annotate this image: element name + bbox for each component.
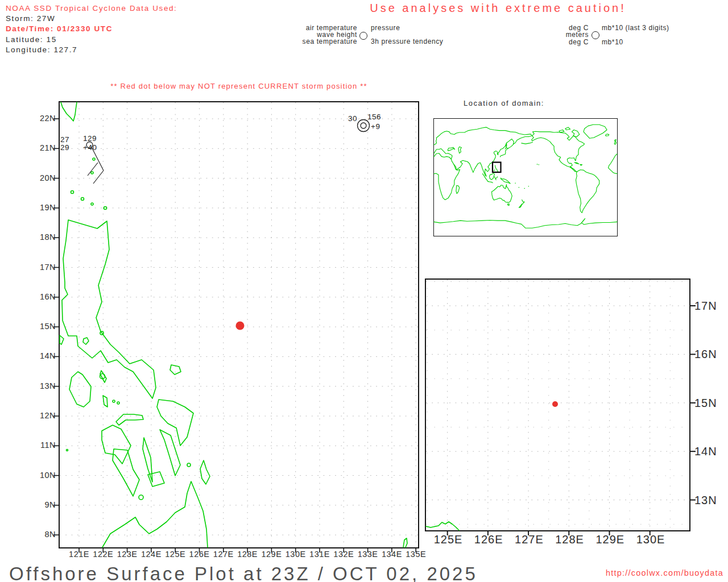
axis-label: 20N [30, 173, 56, 182]
station2-tendency: +9 [371, 122, 380, 131]
caution-text: Use analyses with extreme caution! [351, 2, 644, 15]
axis-label: 8N [30, 530, 56, 539]
legend-pressure-tendency: 3h pressure tendency [371, 38, 443, 45]
axis-label: 129E [592, 533, 628, 546]
axis-label: 9N [30, 500, 56, 509]
storm-info-line: Storm: 27W [6, 14, 55, 24]
axis-label: 12N [30, 411, 56, 420]
main-map [59, 101, 419, 548]
storm-info-line: NOAA SSD Tropical Cyclone Data Used: [6, 3, 177, 14]
zoom-map-canvas [426, 280, 689, 530]
axis-label: 18N [30, 232, 56, 242]
station1-pressure: 129 [83, 134, 97, 143]
legend-unit-mb10: mb*10 [602, 38, 623, 46]
storm-info-line: Latitude: 15 [6, 35, 57, 45]
zoom-map [425, 278, 690, 531]
legend-unit-meters: meters [543, 31, 589, 39]
axis-label: 15N [694, 397, 717, 410]
plot-title: Offshore Surface Plot at 23Z / OCT 02, 2… [9, 563, 478, 582]
station-circle-icon [359, 32, 367, 40]
surface-plot-page: NOAA SSD Tropical Cyclone Data Used: Sto… [0, 0, 728, 582]
axis-label: 127E [511, 533, 547, 546]
axis-label: 14N [30, 351, 56, 360]
station1-sea-temp: 29 [51, 143, 69, 152]
axis-label: 11N [30, 440, 56, 450]
axis-label: 16N [30, 292, 56, 301]
axis-label: 17N [694, 300, 717, 313]
legend-sea-temperature: sea temperature [289, 38, 357, 45]
station-circle-icon [592, 31, 599, 39]
axis-label: 22N [30, 114, 56, 123]
axis-label: 125E [430, 533, 466, 546]
axis-label: 17N [30, 263, 56, 272]
storm-position-dot [236, 322, 245, 330]
legend-unit-mb10-last3: mb*10 (last 3 digits) [602, 24, 669, 32]
axis-label: 126E [470, 533, 507, 546]
axis-label: 14N [694, 445, 717, 458]
axis-label: 128E [552, 533, 588, 546]
axis-label: 10N [30, 471, 56, 480]
axis-label: 130E [632, 533, 669, 546]
axis-label: 13N [30, 381, 56, 390]
storm-info-line: Longitude: 127.7 [6, 45, 77, 55]
station1-air-temp: 27 [51, 135, 69, 144]
axis-label: 13N [694, 494, 717, 507]
world-map-canvas [434, 119, 617, 236]
station2-pressure: 156 [367, 113, 381, 121]
world-inset-map [433, 118, 618, 236]
axis-label: 15N [30, 322, 56, 331]
axis-label: 19N [30, 203, 56, 212]
legend-unit-degc-sea: deg C [543, 38, 589, 46]
legend-pressure: pressure [371, 24, 400, 32]
station1-tendency: +40 [83, 143, 97, 152]
main-map-canvas [60, 102, 418, 547]
source-url-link[interactable]: http://coolwx.com/buoydata [569, 568, 723, 577]
station2-air-temp: 30 [339, 114, 357, 123]
storm-position-warning: ** Red dot below may NOT represent CURRE… [60, 82, 418, 90]
storm-position-dot-zoom [552, 401, 558, 407]
storm-info-line: Date/Time: 01/2330 UTC [6, 24, 113, 34]
inset-title: Location of domain: [464, 99, 544, 107]
axis-label: 16N [694, 348, 717, 361]
